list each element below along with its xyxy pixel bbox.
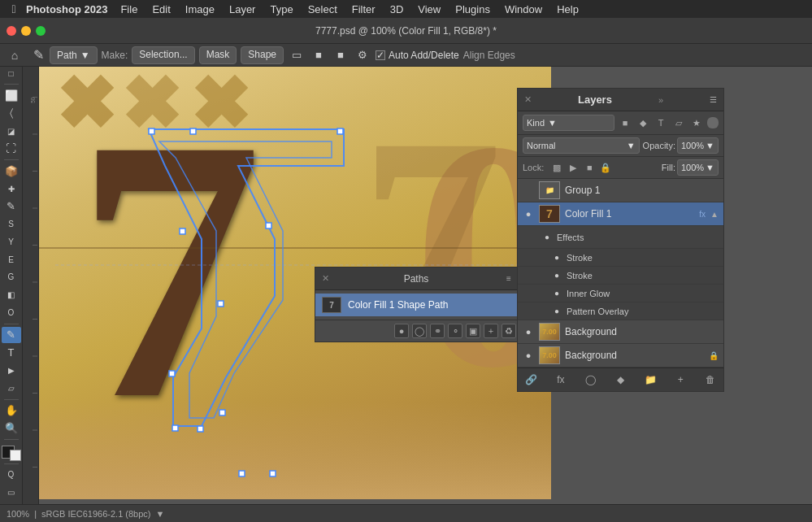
healing-tool[interactable]: ✚ (2, 181, 21, 198)
stamp-tool[interactable]: S (2, 215, 21, 233)
layer-fx-colorfill1[interactable]: fx (699, 210, 706, 219)
new-path-btn[interactable]: + (484, 324, 498, 338)
background-color[interactable] (10, 450, 21, 461)
close-window-button[interactable] (7, 26, 16, 36)
stroke-path-btn[interactable]: ◯ (412, 324, 427, 338)
layer-visibility-bg1[interactable]: ● (523, 326, 534, 337)
menu-help[interactable]: Help (550, 2, 585, 17)
path-to-selection-btn[interactable]: ⚭ (430, 324, 445, 338)
menu-plugins[interactable]: Plugins (449, 2, 497, 17)
brush-tool[interactable]: ✎ (2, 198, 21, 215)
path-select-tool[interactable]: ▶ (2, 362, 21, 379)
fill-value[interactable]: 100% ▼ (677, 159, 719, 176)
artboard-tool[interactable]: □ (2, 65, 21, 82)
fill-path-btn[interactable]: ● (394, 324, 409, 338)
eyedropper-tool[interactable]: 📦 (2, 163, 21, 180)
filter-pixel-icon[interactable]: ■ (618, 115, 632, 130)
color-swatch[interactable] (2, 446, 21, 461)
auto-add-delete-check[interactable]: ✓ (376, 50, 385, 60)
lock-position-icon[interactable]: ▶ (567, 161, 580, 174)
delete-path-btn[interactable]: ♻ (502, 324, 516, 338)
selection-button[interactable]: Selection... (132, 46, 194, 64)
menu-filter[interactable]: Filter (345, 2, 382, 17)
layer-visibility-bg2[interactable]: ● (523, 350, 534, 361)
layer-new-btn[interactable]: + (672, 372, 688, 388)
layer-colorfill1[interactable]: ● 7 Color Fill 1 fx ▲ (518, 202, 723, 226)
effects-eye-icon[interactable]: ● (542, 233, 552, 242)
hand-tool[interactable]: ✋ (2, 402, 21, 419)
marquee-tool[interactable]: ⬜ (2, 87, 21, 104)
quick-mask-btn[interactable]: Q (2, 467, 21, 484)
filter-smart-icon[interactable]: ★ (689, 115, 704, 130)
layer-adjustment-btn[interactable]: ◆ (612, 372, 628, 388)
apple-logo[interactable]:  (7, 2, 21, 16)
eraser-tool[interactable]: E (2, 251, 21, 268)
layer-effect-inner-glow[interactable]: ● Inner Glow (518, 285, 723, 302)
lock-artboards-icon[interactable]: ■ (583, 161, 596, 174)
layers-menu-btn[interactable]: ☰ (710, 95, 717, 104)
menu-edit[interactable]: Edit (145, 2, 176, 17)
layers-panel-close[interactable]: ✕ (524, 94, 532, 105)
filter-shape-icon[interactable]: ▱ (671, 115, 686, 130)
menu-3d[interactable]: 3D (384, 2, 410, 17)
layer-delete-btn[interactable]: 🗑 (702, 372, 719, 388)
crop-tool[interactable]: ⛶ (2, 141, 21, 158)
lasso-tool[interactable]: 〈 (2, 105, 21, 122)
paths-panel-close[interactable]: ✕ (322, 273, 329, 284)
pen-tool[interactable]: ✎ (2, 327, 21, 344)
filter-toggle-icon[interactable] (707, 117, 719, 128)
layer-effects-header[interactable]: ● Effects (518, 226, 723, 249)
menu-window[interactable]: Window (498, 2, 549, 17)
layer-group-btn[interactable]: 📁 (642, 372, 658, 388)
lock-pixels-icon[interactable]: ▩ (550, 161, 563, 174)
home-button[interactable]: ⌂ (5, 46, 24, 65)
path-item-colorfill[interactable]: 7 Color Fill 1 Shape Path (315, 294, 521, 316)
minimize-window-button[interactable] (21, 26, 31, 36)
layer-effect-pattern-overlay[interactable]: ● Pattern Overlay (518, 302, 723, 320)
maximize-window-button[interactable] (36, 26, 46, 36)
layer-group1[interactable]: ● 📁 Group 1 (518, 179, 723, 202)
distribute-icon[interactable]: ■ (332, 46, 350, 64)
paths-panel-menu[interactable]: ≡ (503, 273, 515, 285)
dodge-tool[interactable]: O (2, 304, 21, 321)
layer-effect-stroke2[interactable]: ● Stroke (518, 267, 723, 285)
layer-visibility-group1[interactable]: ● (523, 185, 534, 196)
type-tool[interactable]: T (2, 344, 21, 361)
menu-select[interactable]: Select (302, 2, 344, 17)
layer-mask-btn[interactable]: ◯ (583, 372, 599, 388)
menu-image[interactable]: Image (179, 2, 221, 17)
history-brush-tool[interactable]: Y (2, 233, 21, 250)
filter-adjustment-icon[interactable]: ◆ (636, 115, 650, 130)
auto-add-delete-checkbox[interactable]: ✓ Auto Add/Delete (376, 50, 459, 61)
layer-background1[interactable]: ● 7.00 Background (518, 320, 723, 344)
options-gear-icon[interactable]: ⚙ (354, 46, 371, 64)
menu-view[interactable]: View (411, 2, 447, 17)
zoom-tool[interactable]: 🔍 (2, 420, 21, 437)
align-icon[interactable]: ■ (310, 46, 328, 64)
lock-all-icon[interactable]: 🔒 (599, 161, 612, 174)
shape-button[interactable]: Shape (241, 46, 284, 64)
blend-mode-dropdown[interactable]: Normal ▼ (523, 137, 640, 154)
menu-type[interactable]: Type (263, 2, 299, 17)
stroke2-eye-icon[interactable]: ● (552, 271, 562, 281)
add-mask-from-path-btn[interactable]: ▣ (466, 324, 480, 338)
layer-expand-colorfill1[interactable]: ▲ (710, 210, 719, 219)
layer-style-btn[interactable]: fx (553, 372, 569, 388)
screen-mode-btn[interactable]: ▭ (2, 484, 21, 501)
filter-type-icon[interactable]: T (654, 115, 668, 130)
path-dropdown[interactable]: Path ▼ (50, 46, 98, 64)
layers-expand-btn[interactable]: » (658, 95, 663, 105)
layer-link-btn[interactable]: 🔗 (523, 372, 539, 388)
mask-button[interactable]: Mask (199, 46, 237, 64)
gradient-tool[interactable]: G (2, 269, 21, 286)
inner-glow-eye-icon[interactable]: ● (552, 289, 562, 298)
layer-kind-dropdown[interactable]: Kind ▼ (523, 115, 614, 131)
menu-file[interactable]: File (114, 2, 144, 17)
transform-icon[interactable]: ▭ (288, 46, 306, 64)
stroke1-eye-icon[interactable]: ● (552, 253, 562, 263)
opacity-value[interactable]: 100% ▼ (677, 137, 719, 154)
object-select-tool[interactable]: ◪ (2, 123, 21, 140)
pattern-overlay-eye-icon[interactable]: ● (552, 307, 562, 316)
blur-tool[interactable]: ◧ (2, 286, 21, 303)
selection-to-path-btn[interactable]: ⚬ (448, 324, 462, 338)
